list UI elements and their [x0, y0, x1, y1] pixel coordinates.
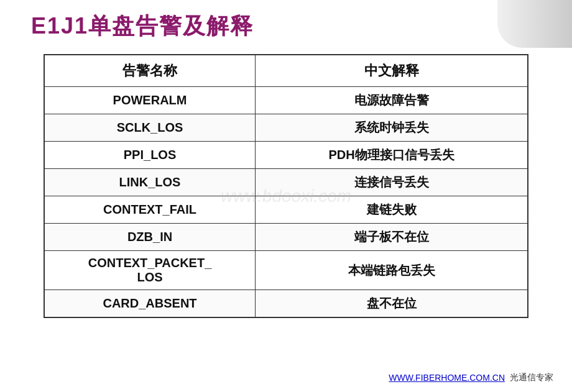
alarm-desc: 盘不在位	[256, 290, 528, 318]
table-container: 告警名称 中文解释 POWERALM电源故障告警SCLK_LOS系统时钟丢失PP…	[0, 48, 572, 392]
table-row: SCLK_LOS系统时钟丢失	[44, 114, 528, 142]
col-header-desc: 中文解释	[256, 55, 528, 87]
table-header-row: 告警名称 中文解释	[44, 55, 528, 87]
alarm-name: PPI_LOS	[44, 142, 256, 169]
alarm-name: LINK_LOS	[44, 169, 256, 196]
alarm-name: CONTEXT_FAIL	[44, 196, 256, 224]
page-title: E1J1单盘告警及解释	[31, 11, 254, 42]
table-row: CARD_ABSENT盘不在位	[44, 290, 528, 318]
alarm-desc: 建链失败	[256, 196, 528, 224]
alarm-name: DZB_IN	[44, 224, 256, 251]
footer-suffix: 光通信专家	[510, 372, 553, 383]
alarm-name: CARD_ABSENT	[44, 290, 256, 318]
title-bar: E1J1单盘告警及解释	[0, 0, 572, 48]
alarm-name: SCLK_LOS	[44, 114, 256, 142]
col-header-name: 告警名称	[44, 55, 256, 87]
footer: WWW.FIBERHOME.COM.CN 光通信专家	[389, 372, 553, 383]
page: E1J1单盘告警及解释 www.bdooxi.com 告警名称 中文解释 POW…	[0, 0, 572, 392]
alarm-name: CONTEXT_PACKET_LOS	[44, 251, 256, 290]
alarm-name: POWERALM	[44, 87, 256, 114]
alarm-desc: 电源故障告警	[256, 87, 528, 114]
alarm-desc: 本端链路包丢失	[256, 251, 528, 290]
alarm-desc: 端子板不在位	[256, 224, 528, 251]
table-row: LINK_LOS连接信号丢失	[44, 169, 528, 196]
alarm-desc: 连接信号丢失	[256, 169, 528, 196]
alarm-desc: 系统时钟丢失	[256, 114, 528, 142]
table-row: DZB_IN端子板不在位	[44, 224, 528, 251]
table-row: CONTEXT_FAIL建链失败	[44, 196, 528, 224]
footer-link[interactable]: WWW.FIBERHOME.COM.CN	[389, 373, 505, 383]
table-row: POWERALM电源故障告警	[44, 87, 528, 114]
table-row: CONTEXT_PACKET_LOS本端链路包丢失	[44, 251, 528, 290]
table-row: PPI_LOSPDH物理接口信号丢失	[44, 142, 528, 169]
alarm-table: 告警名称 中文解释 POWERALM电源故障告警SCLK_LOS系统时钟丢失PP…	[44, 54, 528, 318]
alarm-desc: PDH物理接口信号丢失	[256, 142, 528, 169]
